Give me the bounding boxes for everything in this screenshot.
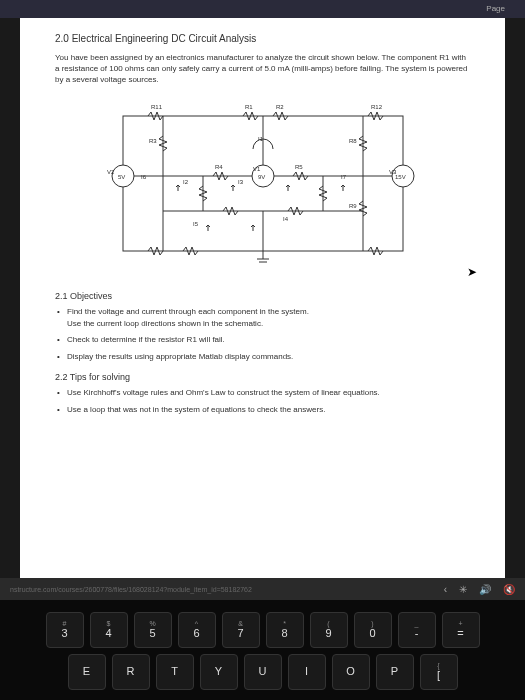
list-item: Use a loop that was not in the system of… (67, 405, 470, 415)
svg-text:R4: R4 (215, 164, 223, 170)
svg-text:I6: I6 (141, 174, 147, 180)
star-icon[interactable]: ✳ (459, 584, 467, 595)
key-row-numbers: #3$4%5^6&7*8(9)0_-+= (25, 612, 500, 648)
key-3[interactable]: #3 (46, 612, 84, 648)
svg-text:R11: R11 (151, 104, 163, 110)
svg-text:I4: I4 (283, 216, 289, 222)
key-I[interactable]: I (288, 654, 326, 690)
key-8[interactable]: *8 (266, 612, 304, 648)
section-title: 2.0 Electrical Engineering DC Circuit An… (55, 33, 470, 44)
list-item: Display the results using appropriate Ma… (67, 352, 470, 362)
svg-text:15V: 15V (395, 174, 406, 180)
list-item: Find the voltage and current through eac… (67, 307, 470, 330)
url-text: nstructure.com/courses/2600778/files/168… (10, 586, 252, 593)
intro-paragraph: You have been assigned by an electronics… (55, 52, 470, 86)
back-icon[interactable]: ‹ (444, 584, 447, 595)
browser-controls: ‹ ✳ 🔊 🔇 (444, 584, 515, 595)
key-Y[interactable]: Y (200, 654, 238, 690)
key-E[interactable]: E (68, 654, 106, 690)
svg-text:I1: I1 (258, 136, 264, 142)
key-7[interactable]: &7 (222, 612, 260, 648)
key-U[interactable]: U (244, 654, 282, 690)
keyboard: #3$4%5^6&7*8(9)0_-+= ERTYUIOP{[ (0, 600, 525, 700)
tips-title: 2.2 Tips for solving (55, 372, 470, 382)
audio-icon[interactable]: 🔊 (479, 584, 491, 595)
svg-text:I3: I3 (238, 179, 244, 185)
mouse-cursor-icon: ➤ (467, 265, 477, 279)
svg-text:I2: I2 (183, 179, 189, 185)
key-=[interactable]: += (442, 612, 480, 648)
key-row-letters: ERTYUIOP{[ (25, 654, 500, 690)
svg-text:R8: R8 (349, 138, 357, 144)
svg-text:R9: R9 (349, 203, 357, 209)
key-T[interactable]: T (156, 654, 194, 690)
svg-text:I5: I5 (193, 221, 199, 227)
svg-text:R12: R12 (371, 104, 383, 110)
svg-text:9V: 9V (258, 174, 265, 180)
svg-text:R5: R5 (295, 164, 303, 170)
key-9[interactable]: (9 (310, 612, 348, 648)
svg-text:V2: V2 (107, 169, 115, 175)
objectives-list: Find the voltage and current through eac… (55, 307, 470, 363)
key-5[interactable]: %5 (134, 612, 172, 648)
svg-text:V1: V1 (253, 166, 261, 172)
key-O[interactable]: O (332, 654, 370, 690)
key--[interactable]: _- (398, 612, 436, 648)
document-page: 2.0 Electrical Engineering DC Circuit An… (20, 18, 505, 578)
list-item: Use Kirchhoff's voltage rules and Ohm's … (67, 388, 470, 398)
key-[[interactable]: {[ (420, 654, 458, 690)
key-R[interactable]: R (112, 654, 150, 690)
page-header-bar: Page (0, 0, 525, 18)
svg-text:R1: R1 (245, 104, 253, 110)
svg-text:R2: R2 (276, 104, 284, 110)
key-P[interactable]: P (376, 654, 414, 690)
list-item: Check to determine if the resistor R1 wi… (67, 335, 470, 345)
svg-text:5V: 5V (118, 174, 125, 180)
circuit-schematic: V25V V19V V315V R11R1 R2R12 R4R5 R3R8 I1… (93, 101, 433, 266)
objectives-title: 2.1 Objectives (55, 291, 470, 301)
mute-icon[interactable]: 🔇 (503, 584, 515, 595)
svg-text:I7: I7 (341, 174, 347, 180)
page-label: Page (486, 4, 505, 13)
tips-list: Use Kirchhoff's voltage rules and Ohm's … (55, 388, 470, 415)
key-4[interactable]: $4 (90, 612, 128, 648)
svg-text:R3: R3 (149, 138, 157, 144)
browser-url-bar[interactable]: nstructure.com/courses/2600778/files/168… (0, 578, 525, 600)
key-0[interactable]: )0 (354, 612, 392, 648)
key-6[interactable]: ^6 (178, 612, 216, 648)
